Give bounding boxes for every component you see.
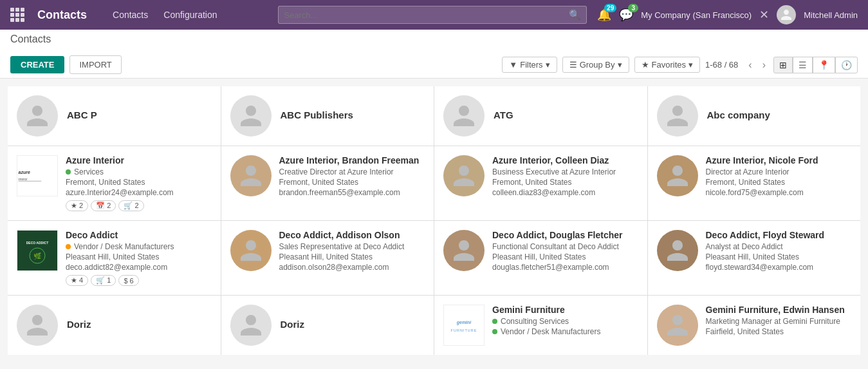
groupby-button[interactable]: ☰ Group By ▾ [562,57,629,73]
card-role-edwin: Marketing Manager at Gemini Furniture [706,317,852,326]
card-info-doriz1: Doriz [67,319,212,332]
card-name-gemini: Gemini Furniture [492,305,638,315]
card-doriz2[interactable]: Doriz [221,296,434,355]
tag-stars-deco: ★ 4 [66,275,88,286]
card-abc-p[interactable]: ABC P [8,86,221,146]
avatar-abc-p [17,95,58,137]
card-gemini-furniture[interactable]: gemini FURNITURE Gemini Furniture Consul… [434,296,647,355]
card-azure-nicole[interactable]: Azure Interior, Nicole Ford Director at … [648,146,861,220]
nav-configuration[interactable]: Configuration [161,10,219,20]
favorites-icon: ★ [642,60,649,70]
card-email-nicole: nicole.ford75@example.com [706,188,852,197]
avatar-colleen [443,155,485,196]
card-info-douglas: Deco Addict, Douglas Fletcher Functional… [492,230,638,272]
filters-button[interactable]: ▼ Filters ▾ [502,57,557,73]
card-deco-floyd[interactable]: Deco Addict, Floyd Steward Analyst at De… [648,221,861,295]
card-name-abc-p: ABC P [67,109,212,120]
breadcrumb: Contacts [10,33,51,45]
card-email-deco: deco.addict82@example.com [66,263,212,272]
import-button[interactable]: IMPORT [69,55,121,74]
card-info-doriz2: Doriz [281,319,425,332]
card-location-deco: Pleasant Hill, United States [66,252,212,261]
card-name-abc-publishers: ABC Publishers [281,109,425,120]
card-info-edwin: Gemini Furniture, Edwin Hansen Marketing… [706,305,852,337]
prev-page-button[interactable]: ‹ [746,58,754,72]
create-button[interactable]: CREATE [10,56,64,73]
card-info-gemini: Gemini Furniture Consulting Services Ven… [492,305,638,337]
card-location-edwin: Fairfield, United States [706,327,852,336]
map-view-button[interactable]: 📍 [813,57,835,73]
card-doriz1[interactable]: Doriz [8,296,221,355]
tag-cart-deco: 🛒 1 [91,275,116,286]
card-name-colleen: Azure Interior, Colleen Diaz [492,155,638,166]
card-name-nicole: Azure Interior, Nicole Ford [706,155,852,166]
card-status-text-gemini2: Vendor / Desk Manufacturers [501,327,600,336]
card-status-gemini2: Vendor / Desk Manufacturers [492,327,638,336]
card-deco-addison[interactable]: Deco Addict, Addison Olson Sales Represe… [221,221,434,295]
activity-view-button[interactable]: 🕐 [835,57,858,73]
avatar-floyd [657,230,698,271]
svg-text:FURNITURE: FURNITURE [451,328,477,332]
messages-button[interactable]: 💬 3 [619,8,633,22]
svg-text:DECO ADDICT: DECO ADDICT [26,241,49,245]
tag-cart: 🛒 2 [118,200,143,211]
card-info-azure-interior: Azure Interior Services Fremont, United … [66,155,212,211]
groupby-chevron: ▾ [618,60,622,70]
card-name-addison: Deco Addict, Addison Olson [279,230,425,240]
card-email-floyd: floyd.steward34@example.com [706,263,852,272]
next-page-button[interactable]: › [760,58,768,72]
card-azure-interior[interactable]: azure interior Azure Interior Services F… [8,146,221,220]
notifications-button[interactable]: 🔔 29 [597,8,611,22]
card-name-edwin: Gemini Furniture, Edwin Hansen [706,305,852,315]
card-role-colleen: Business Executive at Azure Interior [492,167,638,176]
card-location-azure: Fremont, United States [66,178,212,187]
avatar-edwin [657,305,698,346]
search-input[interactable] [284,10,569,20]
card-role-floyd: Analyst at Deco Addict [706,242,852,251]
svg-text:azure: azure [19,170,30,175]
card-info-colleen: Azure Interior, Colleen Diaz Business Ex… [492,155,638,197]
avatar-abc-company [657,95,698,137]
kanban-view-button[interactable]: ⊞ [773,57,793,73]
company-selector[interactable]: My Company (San Francisco) [641,10,752,20]
avatar-nicole [657,155,698,196]
card-abc-company[interactable]: Abc company [648,86,861,146]
card-location-nicole: Fremont, United States [706,178,852,187]
card-role-douglas: Functional Consultant at Deco Addict [492,242,638,251]
top-navigation: Contacts Contacts Configuration 🔍 🔔 29 💬… [0,0,868,30]
card-azure-colleen[interactable]: Azure Interior, Colleen Diaz Business Ex… [434,146,647,220]
card-deco-douglas[interactable]: Deco Addict, Douglas Fletcher Functional… [434,221,647,295]
avatar-brandon [230,155,272,196]
card-gemini-edwin[interactable]: Gemini Furniture, Edwin Hansen Marketing… [648,296,861,355]
notification-badge: 29 [604,4,616,12]
nav-contacts[interactable]: Contacts [110,10,151,20]
card-azure-brandon[interactable]: Azure Interior, Brandon Freeman Creative… [221,146,434,220]
status-dot-azure [66,169,71,175]
close-icon[interactable]: ✕ [759,8,769,22]
card-info-nicole: Azure Interior, Nicole Ford Director at … [706,155,852,197]
logo-gemini-furniture: gemini FURNITURE [443,305,485,346]
card-name-azure-interior: Azure Interior [66,155,212,166]
app-grid-icon[interactable] [10,8,24,22]
favorites-button[interactable]: ★ Favorites ▾ [634,57,700,73]
list-view-button[interactable]: ☰ [793,57,813,73]
card-location-douglas: Pleasant Hill, United States [492,252,638,261]
card-atg[interactable]: ATG [434,86,647,146]
avatar[interactable] [777,5,796,24]
card-name-brandon: Azure Interior, Brandon Freeman [279,155,425,166]
chat-badge: 3 [628,4,638,12]
logo-deco-addict: DECO ADDICT 🌿 [17,230,58,271]
filter-icon: ▼ [509,60,517,70]
card-info-addison: Deco Addict, Addison Olson Sales Represe… [279,230,425,272]
groupby-icon: ☰ [569,60,577,70]
card-info-deco-addict: Deco Addict Vendor / Desk Manufacturers … [66,230,212,286]
card-abc-publishers[interactable]: ABC Publishers [221,86,434,146]
user-menu[interactable]: Mitchell Admin [804,10,858,20]
svg-text:gemini: gemini [456,320,472,325]
avatar-doriz2 [230,305,272,346]
card-location-floyd: Pleasant Hill, United States [706,252,852,261]
card-status-text-deco: Vendor / Desk Manufacturers [74,242,174,251]
card-info-floyd: Deco Addict, Floyd Steward Analyst at De… [706,230,852,272]
groupby-label: Group By [580,60,615,70]
card-deco-addict[interactable]: DECO ADDICT 🌿 Deco Addict Vendor / Desk … [8,221,221,295]
